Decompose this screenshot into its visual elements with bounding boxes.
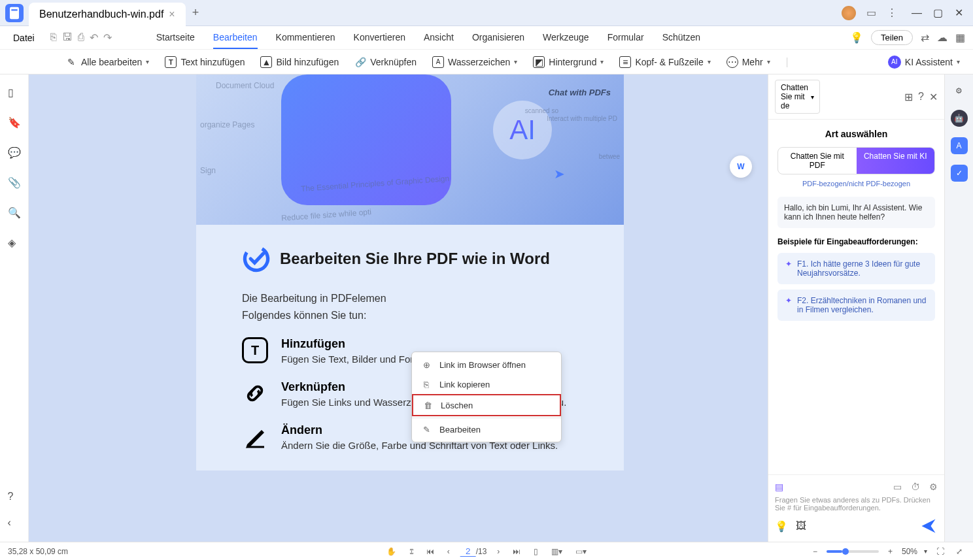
zoom-label: 50%	[902, 547, 917, 556]
example-prompt-1[interactable]: ✦ F1. Ich hätte gerne 3 Ideen für gute N…	[777, 253, 935, 284]
zoom-slider[interactable]	[827, 550, 879, 553]
chevron-down-icon[interactable]: ▾	[924, 548, 927, 555]
chevron-down-icon: ▾	[600, 58, 604, 65]
view-mode-3-icon[interactable]: ▭▾	[573, 547, 589, 556]
add-tab-icon[interactable]: +	[192, 6, 199, 20]
header-footer-button[interactable]: ≡ Kopf- & Fußzeile ▾	[619, 56, 710, 68]
chevron-left-icon[interactable]: ‹	[8, 517, 21, 530]
prev-page-icon[interactable]: ‹	[445, 547, 452, 556]
chat-mode-dropdown[interactable]: Chatten Sie mit de ▾	[775, 80, 820, 114]
print-icon[interactable]: ⎙	[78, 31, 84, 44]
edit-all-button[interactable]: ✎ Alle bearbeiten ▾	[65, 56, 149, 68]
cloud-upload-icon[interactable]: ☁	[937, 31, 947, 44]
more-button[interactable]: ⋯ Mehr ▾	[726, 56, 770, 68]
expand-icon[interactable]: ▦	[955, 31, 965, 44]
help-icon[interactable]: ?	[8, 491, 21, 504]
ctx-open-browser[interactable]: ⊕ Link im Browser öffnen	[412, 355, 561, 374]
undo-icon[interactable]: ↶	[90, 31, 98, 44]
fit-width-icon[interactable]: ⛶	[934, 547, 947, 556]
tab-konvertieren[interactable]: Konvertieren	[354, 27, 405, 49]
left-sidebar: ▯ 🔖 💬 📎 🔍 ◈ ? ‹	[0, 74, 29, 542]
screenshot-icon[interactable]: ▭	[893, 482, 902, 492]
attachments-icon[interactable]: 📎	[8, 176, 21, 189]
tab-bearbeiten[interactable]: Bearbeiten	[213, 27, 258, 49]
header-footer-icon: ≡	[619, 56, 631, 68]
prompt-library-icon[interactable]: ▤	[775, 482, 783, 492]
new-chat-icon[interactable]: ⊞	[904, 91, 913, 103]
ai-chat-rail-icon[interactable]: 🤖	[951, 110, 968, 127]
comments-icon[interactable]: 💬	[8, 146, 21, 159]
kebab-menu-icon[interactable]: ⋮	[887, 7, 897, 19]
view-mode-1-icon[interactable]: ▯	[531, 547, 541, 556]
ctx-edit[interactable]: ✎ Bearbeiten	[412, 420, 561, 439]
example-prompt-2[interactable]: ✦ F2. Erzähltechniken in Romanen und in …	[777, 289, 935, 321]
file-menu[interactable]: Datei	[8, 30, 40, 46]
toggle-chat-pdf[interactable]: Chatten Sie mit PDF	[778, 148, 857, 174]
save-icon[interactable]: 🖫	[62, 31, 73, 44]
chain-link-icon	[237, 375, 274, 412]
panel-title: Art auswählen	[777, 129, 935, 139]
tab-startseite[interactable]: Startseite	[156, 27, 195, 49]
tab-formular[interactable]: Formular	[607, 27, 644, 49]
close-window-icon[interactable]: ✕	[949, 6, 968, 20]
bookmarks-icon[interactable]: 🔖	[8, 116, 21, 129]
maximize-icon[interactable]: ▢	[929, 6, 947, 20]
close-tab-icon[interactable]: ×	[169, 8, 175, 20]
watermark-button[interactable]: A Wasserzeichen ▾	[432, 56, 517, 68]
share-button[interactable]: Teilen	[871, 30, 913, 45]
zoom-out-icon[interactable]: −	[810, 547, 820, 556]
lightbulb-prompt-icon[interactable]: 💡	[775, 520, 788, 533]
tab-schuetzen[interactable]: Schützen	[662, 27, 700, 49]
tab-ansicht[interactable]: Ansicht	[424, 27, 454, 49]
chevron-down-icon: ▾	[767, 58, 770, 65]
link-share-icon[interactable]: ⇄	[921, 31, 929, 44]
chat-icon[interactable]: ▭	[866, 7, 876, 19]
document-tab[interactable]: Benutzerhandbuch-win.pdf ×	[29, 3, 186, 26]
select-tool-icon[interactable]: Ɪ	[407, 547, 416, 556]
globe-icon: ⊕	[421, 359, 432, 370]
link-button[interactable]: 🔗 Verknüpfen	[354, 56, 417, 68]
image-attach-icon[interactable]: 🖼	[796, 520, 806, 532]
word-export-badge-icon[interactable]: W	[730, 156, 752, 178]
close-panel-icon[interactable]: ✕	[929, 91, 938, 103]
view-mode-2-icon[interactable]: ▥▾	[549, 547, 565, 556]
check-rail-icon[interactable]: ✓	[951, 165, 968, 182]
sliders-icon[interactable]: ⚙	[951, 82, 968, 99]
ki-assistant-button[interactable]: AI KI Assistent ▾	[888, 56, 960, 69]
thumbnails-icon[interactable]: ▯	[8, 86, 21, 99]
zoom-in-icon[interactable]: +	[885, 547, 895, 556]
send-button[interactable]	[919, 517, 938, 535]
open-icon[interactable]: ⎘	[50, 31, 57, 44]
hand-tool-icon[interactable]: ✋	[384, 547, 399, 556]
document-headline: Bearbeiten Sie Ihre PDF wie in Word	[242, 244, 578, 273]
help-circle-icon[interactable]: ?	[918, 91, 924, 103]
add-text-button[interactable]: T Text hinzufügen	[165, 56, 245, 68]
tab-organisieren[interactable]: Organisieren	[472, 27, 524, 49]
fullscreen-icon[interactable]: ⤢	[953, 547, 965, 556]
first-page-icon[interactable]: ⏮	[424, 547, 437, 556]
lightbulb-icon[interactable]: 💡	[850, 31, 863, 44]
settings-gear-icon[interactable]: ⚙	[929, 482, 938, 492]
context-menu: ⊕ Link im Browser öffnen ⎘ Link kopieren…	[411, 352, 562, 442]
last-page-icon[interactable]: ⏭	[510, 547, 523, 556]
dimensions-label: 35,28 x 50,09 cm	[8, 547, 68, 556]
background-button[interactable]: ◩ Hintergrund ▾	[533, 56, 604, 68]
layers-icon[interactable]: ◈	[8, 237, 21, 250]
add-image-button[interactable]: ▲ Bild hinzufügen	[260, 56, 339, 68]
minimize-icon[interactable]: —	[908, 6, 926, 20]
tab-werkzeuge[interactable]: Werkzeuge	[543, 27, 589, 49]
intro-text-2: Folgendes können Sie tun:	[242, 310, 578, 321]
ctx-delete[interactable]: 🗑 Löschen	[412, 394, 561, 416]
search-icon[interactable]: 🔍	[8, 206, 21, 220]
history-icon[interactable]: ⏱	[911, 482, 920, 492]
translate-rail-icon[interactable]: A	[951, 137, 968, 154]
document-canvas[interactable]: AI Chat with PDFs Document Cloud organiz…	[29, 74, 768, 542]
tab-kommentieren[interactable]: Kommentieren	[276, 27, 335, 49]
ai-badge-icon: AI	[888, 56, 901, 69]
ctx-copy-link[interactable]: ⎘ Link kopieren	[412, 374, 561, 394]
user-avatar[interactable]	[842, 6, 856, 20]
toggle-chat-ki[interactable]: Chatten Sie mit KI	[857, 148, 935, 174]
page-number-input[interactable]	[460, 546, 476, 557]
next-page-icon[interactable]: ›	[494, 547, 502, 556]
redo-icon[interactable]: ↷	[103, 31, 112, 44]
